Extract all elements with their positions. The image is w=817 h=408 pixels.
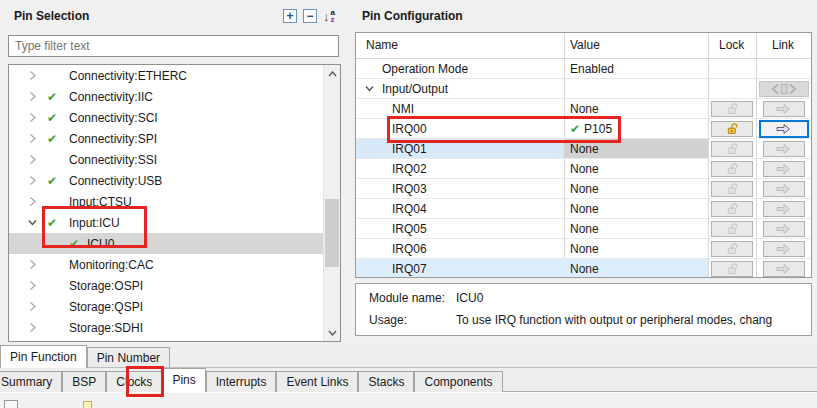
- chevron-right-icon[interactable]: [27, 91, 38, 102]
- chevron-down-icon[interactable]: [364, 83, 375, 94]
- navigate-link-icon-button-disabled[interactable]: [763, 261, 805, 277]
- lock-icon-button-disabled[interactable]: [711, 141, 753, 157]
- config-value-cell[interactable]: Enabled: [564, 59, 708, 79]
- chevron-right-icon[interactable]: [27, 70, 38, 81]
- tree-item-connectivity-usb[interactable]: ✔Connectivity:USB: [9, 170, 323, 191]
- tab-summary[interactable]: Summary: [0, 371, 62, 392]
- navigate-link-icon-button-disabled[interactable]: [763, 161, 805, 177]
- config-row-irq07[interactable]: IRQ07None: [356, 259, 811, 278]
- config-value-cell[interactable]: [564, 79, 708, 99]
- config-value-cell[interactable]: None: [564, 179, 708, 199]
- navigate-link-icon-button-disabled[interactable]: [763, 201, 805, 217]
- navigate-link-icon-button-disabled[interactable]: [763, 221, 805, 237]
- lock-icon-button-disabled[interactable]: [711, 181, 753, 197]
- scrollbar-thumb[interactable]: [325, 199, 339, 267]
- tree-item-connectivity-etherc[interactable]: Connectivity:ETHERC: [9, 65, 323, 86]
- lock-icon-button-disabled[interactable]: [711, 261, 753, 277]
- expand-all-icon[interactable]: +: [283, 9, 297, 23]
- config-row-irq03[interactable]: IRQ03None: [356, 179, 811, 199]
- collapse-all-icon[interactable]: −: [303, 9, 317, 23]
- cycle-pin-group-icon-button[interactable]: [759, 81, 809, 97]
- chevron-right-icon[interactable]: [27, 322, 38, 333]
- tab-event-links[interactable]: Event Links: [276, 371, 358, 392]
- chevron-right-icon[interactable]: [27, 301, 38, 312]
- config-name-cell[interactable]: NMI: [356, 99, 564, 119]
- config-row-irq02[interactable]: IRQ02None: [356, 159, 811, 179]
- tab-pin-number[interactable]: Pin Number: [87, 347, 170, 367]
- navigate-link-icon-button-disabled[interactable]: [763, 241, 805, 257]
- lock-icon-button-disabled[interactable]: [711, 221, 753, 237]
- config-name-cell[interactable]: IRQ04: [356, 199, 564, 219]
- config-row-irq04[interactable]: IRQ04None: [356, 199, 811, 219]
- config-value-cell[interactable]: None: [564, 99, 708, 119]
- chevron-right-icon[interactable]: [27, 196, 38, 207]
- unlock-icon-button[interactable]: [711, 121, 753, 137]
- lock-icon-button-disabled[interactable]: [711, 161, 753, 177]
- config-name-cell[interactable]: IRQ01: [356, 139, 564, 159]
- config-row-nmi[interactable]: NMINone: [356, 99, 811, 119]
- config-row-input-output[interactable]: Input/Output: [356, 79, 811, 99]
- tab-bsp[interactable]: BSP: [62, 371, 106, 392]
- config-value-cell[interactable]: None: [564, 199, 708, 219]
- lock-icon-button-disabled[interactable]: [711, 201, 753, 217]
- tab-interrupts[interactable]: Interrupts: [206, 371, 277, 392]
- tree-item-monitoring-cac[interactable]: Monitoring:CAC: [9, 254, 323, 275]
- chevron-down-icon[interactable]: [27, 217, 38, 228]
- tab-clocks[interactable]: Clocks: [106, 371, 162, 392]
- chevron-right-icon[interactable]: [27, 154, 38, 165]
- chevron-right-icon[interactable]: [27, 112, 38, 123]
- lock-icon-button-disabled[interactable]: [711, 241, 753, 257]
- navigate-link-icon-button-disabled[interactable]: [763, 101, 805, 117]
- config-name-cell[interactable]: IRQ03: [356, 179, 564, 199]
- chevron-right-icon[interactable]: [27, 280, 38, 291]
- config-name-cell[interactable]: Input/Output: [356, 79, 564, 99]
- sort-az-icon[interactable]: ↓ a z: [323, 8, 335, 24]
- config-name-cell[interactable]: IRQ06: [356, 239, 564, 259]
- tree-item-connectivity-sci[interactable]: ✔Connectivity:SCI: [9, 107, 323, 128]
- tree-item-connectivity-iic[interactable]: ✔Connectivity:IIC: [9, 86, 323, 107]
- config-name-cell[interactable]: Operation Mode: [356, 59, 564, 79]
- tree-scrollbar[interactable]: [323, 65, 340, 341]
- config-row-irq00[interactable]: IRQ00✔P105: [356, 119, 811, 139]
- tree-item-connectivity-spi[interactable]: ✔Connectivity:SPI: [9, 128, 323, 149]
- tree-item-connectivity-ssi[interactable]: Connectivity:SSI: [9, 149, 323, 170]
- config-value-cell[interactable]: None: [564, 159, 708, 179]
- tree-item-icu0[interactable]: ✔ICU0: [9, 233, 323, 254]
- tab-pins[interactable]: Pins: [162, 368, 205, 392]
- lock-icon-button-disabled[interactable]: [711, 101, 753, 117]
- tab-components[interactable]: Components: [414, 371, 502, 392]
- config-name-cell[interactable]: IRQ07: [356, 259, 564, 278]
- navigate-link-icon-button-disabled[interactable]: [763, 141, 805, 157]
- config-row-irq01[interactable]: IRQ01None: [356, 139, 811, 159]
- config-value-cell[interactable]: ✔P105: [564, 119, 708, 139]
- config-row-operation-mode[interactable]: Operation ModeEnabled: [356, 59, 811, 79]
- config-row-irq05[interactable]: IRQ05None: [356, 219, 811, 239]
- tree-item-storage-ospi[interactable]: Storage:OSPI: [9, 275, 323, 296]
- scrollbar-down-icon[interactable]: [324, 324, 340, 341]
- tree-item-input-ctsu[interactable]: Input:CTSU: [9, 191, 323, 212]
- filter-input[interactable]: [8, 35, 339, 57]
- config-value-cell[interactable]: None: [564, 259, 708, 278]
- tree-item-system-bus[interactable]: System:BUS: [9, 338, 323, 342]
- chevron-right-icon[interactable]: [27, 175, 38, 186]
- config-value-cell[interactable]: None: [564, 139, 708, 159]
- navigate-link-icon-button-focused[interactable]: [759, 120, 809, 138]
- config-value-cell[interactable]: None: [564, 239, 708, 259]
- config-value-cell[interactable]: None: [564, 219, 708, 239]
- config-name-cell[interactable]: IRQ02: [356, 159, 564, 179]
- column-header-name: Name: [366, 38, 398, 52]
- config-name-cell[interactable]: IRQ00: [356, 119, 564, 139]
- tab-pin-function[interactable]: Pin Function: [0, 345, 87, 368]
- config-lock-cell: [708, 199, 756, 219]
- tree-item-storage-sdhi[interactable]: Storage:SDHI: [9, 317, 323, 338]
- navigate-link-icon-button-disabled[interactable]: [763, 181, 805, 197]
- scrollbar-up-icon[interactable]: [324, 65, 340, 82]
- config-name-cell[interactable]: IRQ05: [356, 219, 564, 239]
- module-name-value: ICU0: [456, 291, 483, 305]
- tree-item-storage-qspi[interactable]: Storage:QSPI: [9, 296, 323, 317]
- config-row-irq06[interactable]: IRQ06None: [356, 239, 811, 259]
- chevron-right-icon[interactable]: [27, 259, 38, 270]
- tree-item-input-icu[interactable]: ✔Input:ICU: [9, 212, 323, 233]
- chevron-right-icon[interactable]: [27, 133, 38, 144]
- tab-stacks[interactable]: Stacks: [358, 371, 414, 392]
